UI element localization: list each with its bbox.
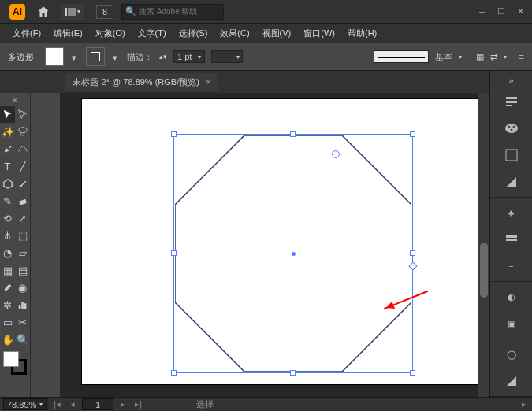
- type-tool[interactable]: T: [0, 157, 15, 175]
- artboard-tool[interactable]: ▭: [0, 313, 15, 331]
- line-tool[interactable]: ╱: [15, 157, 30, 175]
- side-widget-icon[interactable]: [408, 261, 417, 270]
- left-toolbox-secondary: [30, 93, 60, 397]
- stroke-swatch[interactable]: [86, 47, 105, 66]
- direct-selection-tool[interactable]: [15, 106, 30, 123]
- align-icon[interactable]: ▦: [476, 52, 484, 62]
- color-panel-icon[interactable]: [496, 117, 527, 140]
- home-icon[interactable]: [36, 5, 50, 19]
- swatches-panel-icon[interactable]: [496, 143, 527, 167]
- lasso-tool[interactable]: [15, 123, 30, 140]
- stroke-panel-icon[interactable]: [496, 228, 527, 251]
- gradient-panel-icon[interactable]: [496, 369, 527, 393]
- magic-wand-tool[interactable]: ✨: [0, 123, 15, 140]
- symbols-panel-icon[interactable]: ♣: [496, 201, 527, 224]
- blend-tool[interactable]: ◉: [15, 279, 30, 296]
- artboard[interactable]: [82, 99, 484, 384]
- perspective-tool[interactable]: ▱: [15, 244, 30, 261]
- transparency-panel-icon[interactable]: ◯: [496, 342, 527, 366]
- zoom-value: 78.89%: [7, 400, 36, 409]
- search-input[interactable]: [139, 7, 220, 16]
- tab-close-icon[interactable]: ×: [206, 77, 210, 87]
- handle-bottom-mid[interactable]: [290, 370, 296, 376]
- paintbrush-tool[interactable]: [15, 175, 30, 192]
- menu-window[interactable]: 窗口(W): [299, 26, 340, 41]
- handle-top-right[interactable]: [410, 131, 415, 137]
- shaper-tool[interactable]: ✎: [0, 192, 15, 209]
- properties-panel-icon[interactable]: [496, 90, 527, 113]
- stroke-profile-dropdown[interactable]: ▾: [211, 50, 243, 63]
- handle-mid-left[interactable]: [171, 250, 177, 256]
- transform-icon[interactable]: ⇄: [490, 52, 497, 62]
- toolbox-collapse-icon[interactable]: «: [0, 94, 30, 106]
- fill-swatch[interactable]: [45, 47, 64, 66]
- handle-top-left[interactable]: [171, 131, 177, 137]
- search-box[interactable]: 🔍: [121, 4, 224, 20]
- stroke-dropdown-icon[interactable]: ▾: [113, 53, 121, 61]
- eraser-tool[interactable]: [15, 192, 30, 209]
- symbol-sprayer-tool[interactable]: ✲: [0, 296, 15, 313]
- svg-rect-18: [506, 239, 517, 241]
- layout-dropdown[interactable]: ▾: [61, 4, 84, 20]
- app-icon[interactable]: Ai: [9, 4, 25, 20]
- maximize-button[interactable]: ☐: [493, 5, 510, 19]
- minimize-button[interactable]: ─: [474, 5, 491, 19]
- zoom-level-input[interactable]: 78.89%▾: [3, 398, 47, 410]
- stroke-label: 描边：: [127, 51, 153, 63]
- vertical-scrollbar[interactable]: [478, 93, 489, 397]
- handle-mid-right[interactable]: [410, 250, 415, 256]
- hand-tool[interactable]: ✋: [0, 331, 15, 348]
- width-tool[interactable]: ⋔: [0, 227, 15, 244]
- corner-widget-icon[interactable]: [332, 150, 340, 158]
- menu-type[interactable]: 文字(T): [133, 26, 171, 41]
- shape-builder-tool[interactable]: ◔: [0, 244, 15, 261]
- menu-help[interactable]: 帮助(H): [343, 26, 381, 41]
- fill-stroke-control[interactable]: [3, 351, 27, 375]
- selection-tool[interactable]: [0, 106, 15, 123]
- layers-panel-icon[interactable]: ≡: [496, 254, 527, 278]
- menu-edit[interactable]: 编辑(E): [49, 26, 87, 41]
- handle-bottom-left[interactable]: [171, 370, 177, 376]
- handle-top-mid[interactable]: [290, 131, 296, 137]
- menu-object[interactable]: 对象(O): [91, 26, 130, 41]
- last-artboard-button[interactable]: ▸|: [132, 399, 144, 409]
- appearance-panel-icon[interactable]: ◐: [496, 285, 527, 309]
- prev-artboard-button[interactable]: ◂: [68, 399, 77, 409]
- menu-select[interactable]: 选择(S): [174, 26, 213, 41]
- menu-view[interactable]: 视图(V): [258, 26, 296, 41]
- artboard-number-input[interactable]: 1: [82, 398, 113, 410]
- canvas-area[interactable]: [60, 93, 489, 397]
- fill-dropdown-icon[interactable]: ▾: [72, 53, 80, 61]
- stroke-value-input[interactable]: 1 pt▾: [173, 50, 205, 63]
- first-artboard-button[interactable]: |◂: [51, 399, 63, 409]
- pen-tool[interactable]: [0, 140, 15, 157]
- mesh-tool[interactable]: ▦: [0, 261, 15, 279]
- free-transform-tool[interactable]: ⬚: [15, 227, 30, 244]
- gradient-tool[interactable]: ▤: [15, 261, 30, 279]
- graphic-styles-panel-icon[interactable]: ▣: [496, 312, 527, 335]
- curvature-tool[interactable]: [15, 140, 30, 157]
- document-tab[interactable]: 未标题-2* @ 78.89% (RGB/预览) ×: [65, 73, 218, 91]
- zoom-tool[interactable]: 🔍: [15, 331, 30, 348]
- menu-icon[interactable]: ≡: [519, 52, 524, 61]
- panel-collapse-icon[interactable]: »: [496, 74, 527, 87]
- scale-tool[interactable]: ⤢: [15, 209, 30, 227]
- status-menu-button[interactable]: ▸: [519, 399, 529, 409]
- fill-color-icon[interactable]: [3, 351, 19, 367]
- scrollbar-thumb[interactable]: [480, 243, 488, 298]
- stroke-stepper-icon[interactable]: ▴▾: [159, 53, 167, 61]
- menu-effect[interactable]: 效果(C): [215, 26, 254, 41]
- next-artboard-button[interactable]: ▸: [118, 399, 128, 409]
- svg-rect-10: [506, 101, 517, 103]
- handle-bottom-right[interactable]: [410, 370, 415, 376]
- brushes-panel-icon[interactable]: [496, 170, 527, 194]
- close-button[interactable]: ✕: [512, 5, 529, 19]
- eyedropper-tool[interactable]: [0, 279, 15, 296]
- sync-badge[interactable]: 8: [96, 5, 113, 19]
- rectangle-tool[interactable]: [0, 175, 15, 192]
- menu-file[interactable]: 文件(F): [8, 26, 46, 41]
- graph-tool[interactable]: [15, 296, 30, 313]
- graphic-style-preview[interactable]: [374, 50, 429, 63]
- rotate-tool[interactable]: ⟲: [0, 209, 15, 227]
- slice-tool[interactable]: ✂: [15, 313, 30, 331]
